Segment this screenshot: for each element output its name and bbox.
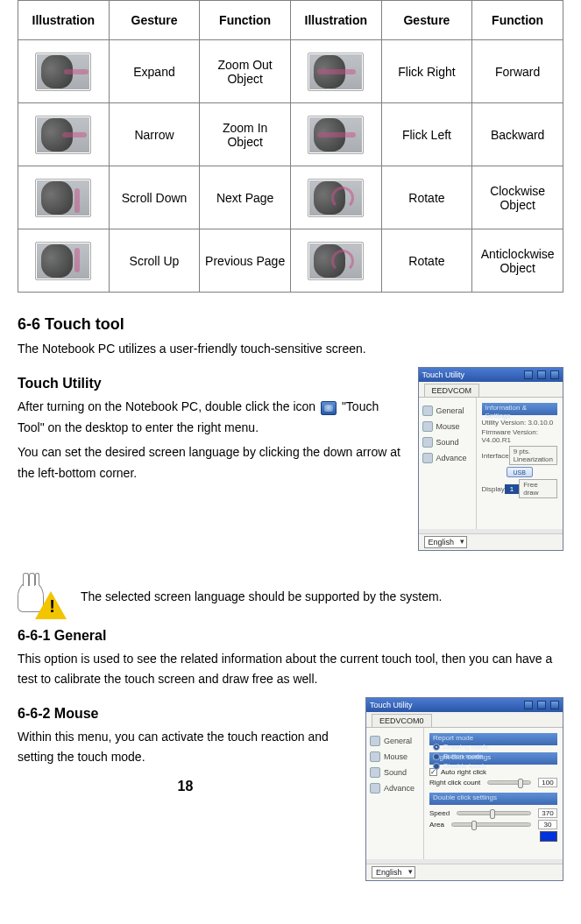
- sidebar-item-label: Sound: [384, 768, 407, 777]
- tab: EEDVCOM0: [372, 714, 432, 727]
- sidebar-item-label: Sound: [436, 438, 459, 447]
- linearization-button: 9 pts. Linearization: [509, 446, 557, 465]
- language-bar: English: [366, 864, 563, 880]
- interface-row: Interface 9 pts. Linearization: [482, 446, 558, 465]
- utility-version: Utility Version: 3.0.10.0: [482, 419, 558, 427]
- th-function-b: Function: [472, 1, 563, 40]
- th-gesture-a: Gesture: [109, 1, 200, 40]
- gesture-flick-right-icon: [308, 53, 364, 91]
- sidebar-item-advance: Advance: [421, 450, 474, 466]
- touch-utility-para1: After turning on the Notebook PC, double…: [18, 397, 407, 439]
- window-title: Touch Utility: [370, 701, 413, 709]
- area-slider: [451, 822, 531, 827]
- titlebar-button-icon: [550, 370, 559, 379]
- th-function-a: Function: [200, 1, 291, 40]
- sidebar-item-mouse: Mouse: [368, 749, 422, 765]
- cell-gesture: Scroll Up: [109, 229, 200, 293]
- radio-icon: [433, 753, 440, 760]
- advance-icon: [422, 453, 433, 463]
- info-settings-strip: Information & Settings: [482, 403, 558, 415]
- cell-function: Forward: [472, 40, 563, 103]
- slider-label: Speed: [429, 809, 450, 817]
- mouse-window: Touch Utility EEDVCOM0 General Mouse Sou…: [365, 697, 563, 881]
- strip-title: Report mode: [433, 734, 554, 742]
- gesture-expand-icon: [35, 53, 91, 91]
- tab: EEDVCOM: [424, 384, 480, 397]
- touch-utility-para2: You can set the desired screen language …: [18, 442, 407, 484]
- radio-icon: [433, 744, 440, 751]
- cell-function: Zoom Out Object: [200, 40, 291, 103]
- window-titlebar: Touch Utility: [366, 698, 563, 712]
- tabstrip: EEDVCOM: [419, 382, 563, 398]
- gesture-narrow-icon: [35, 116, 91, 154]
- gesture-table: Illustration Gesture Function Illustrati…: [18, 0, 563, 293]
- heading-general: 6-6-1 General: [18, 628, 563, 644]
- sidebar-item-label: Advance: [384, 784, 414, 793]
- double-click-strip: Double click settings: [429, 793, 557, 805]
- general-body: This option is used to see the related i…: [18, 649, 563, 688]
- titlebar-button-icon: [524, 370, 533, 379]
- slider-value: 100: [538, 778, 557, 787]
- color-swatch: [540, 831, 557, 842]
- mouse-body: Within this menu, you can activate the t…: [18, 727, 353, 766]
- firmware-version: Firmware Version: V4.00.R1: [482, 428, 558, 444]
- sidebar-item-label: General: [384, 737, 412, 745]
- sidebar-item-general: General: [421, 403, 474, 419]
- th-ill-a: Illustration: [18, 1, 110, 40]
- sound-icon: [370, 767, 380, 778]
- mouse-icon: [422, 421, 433, 432]
- slider-label: Right click count: [429, 779, 480, 786]
- cell-gesture: Scroll Down: [109, 166, 200, 229]
- cell-gesture: Narrow: [109, 103, 200, 166]
- sidebar: General Mouse Sound Advance: [419, 398, 477, 529]
- page-number: 18: [18, 779, 353, 794]
- sidebar-item-general: General: [368, 733, 422, 749]
- right-click-count-slider: [487, 780, 531, 785]
- titlebar-button-icon: [524, 701, 533, 709]
- window-title: Touch Utility: [422, 370, 465, 379]
- cell-gesture: Flick Right: [381, 40, 472, 103]
- heading-touch-tool: 6-6 Touch tool: [18, 315, 563, 334]
- slider-label: Area: [429, 821, 444, 829]
- language-select: English: [372, 866, 415, 878]
- text-fragment: After turning on the Notebook PC, double…: [18, 399, 315, 413]
- sidebar: General Mouse Sound Advance: [366, 728, 424, 859]
- cell-function: Backward: [472, 103, 563, 166]
- usb-badge: USB: [507, 467, 533, 477]
- gesture-rotate-cw-icon: [308, 179, 364, 217]
- gesture-flick-left-icon: [308, 116, 364, 154]
- titlebar-button-icon: [537, 370, 546, 379]
- sidebar-item-sound: Sound: [421, 434, 474, 450]
- heading-touch-utility: Touch Utility: [18, 376, 407, 391]
- language-select: English: [424, 536, 468, 548]
- cell-function: Zoom In Object: [200, 103, 291, 166]
- table-row: Scroll Down Next Page Rotate Clockwise O…: [18, 166, 563, 229]
- display-row: Display 1 Free draw: [482, 479, 558, 498]
- touch-tool-intro: The Notebook PC utilizes a user-friendly…: [18, 339, 563, 358]
- advance-icon: [370, 783, 380, 794]
- cell-gesture: Flick Left: [381, 103, 472, 166]
- slider-value: 30: [538, 820, 557, 829]
- sidebar-item-mouse: Mouse: [421, 419, 474, 434]
- cell-gesture: Rotate: [381, 166, 472, 229]
- gesture-scroll-up-icon: [35, 242, 91, 280]
- cell-function: Previous Page: [200, 229, 291, 293]
- sound-icon: [422, 437, 433, 448]
- window-titlebar: Touch Utility: [419, 368, 563, 382]
- table-row: Narrow Zoom In Object Flick Left Backwar…: [18, 103, 563, 166]
- slider-value: 370: [538, 808, 557, 818]
- gesture-scroll-down-icon: [35, 179, 91, 217]
- cell-function: Next Page: [200, 166, 291, 229]
- language-bar: English: [419, 533, 563, 550]
- radio-label: Drawing mode: [443, 743, 489, 751]
- cell-gesture: Expand: [109, 40, 200, 103]
- display-value: 1: [505, 484, 519, 494]
- sidebar-item-label: General: [436, 406, 464, 415]
- cell-function: Anticlockwise Object: [472, 229, 563, 293]
- report-mode-strip: Report mode Drawing mode Button mode Dis…: [429, 733, 557, 745]
- warning-icon: !: [18, 574, 67, 619]
- th-ill-b: Illustration: [290, 1, 381, 40]
- general-icon: [422, 406, 433, 416]
- th-gesture-b: Gesture: [381, 1, 472, 40]
- warning-text: The selected screen language should be s…: [81, 589, 442, 603]
